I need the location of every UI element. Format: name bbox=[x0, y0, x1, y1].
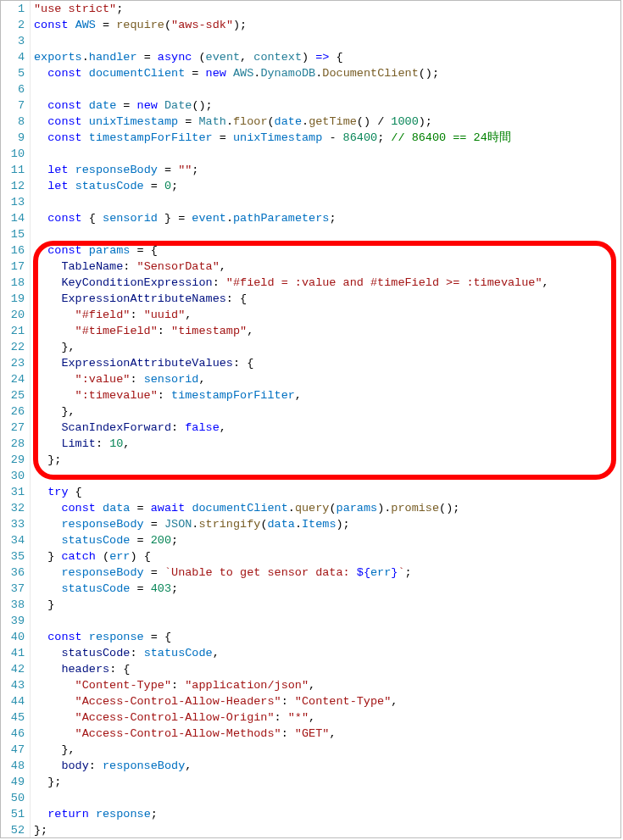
code-line[interactable]: statusCode = 200; bbox=[34, 532, 620, 548]
token-c-punc bbox=[34, 373, 75, 386]
token-c-punc: (); bbox=[439, 502, 459, 515]
code-line[interactable] bbox=[34, 33, 620, 49]
token-c-var: params bbox=[89, 244, 131, 257]
token-c-punc: = bbox=[130, 534, 150, 547]
code-line[interactable]: } bbox=[34, 597, 620, 613]
token-c-var: sensorid bbox=[103, 212, 158, 225]
code-line[interactable] bbox=[34, 226, 620, 242]
code-line[interactable]: try { bbox=[34, 484, 620, 500]
token-c-punc bbox=[34, 67, 47, 80]
code-line[interactable]: }, bbox=[34, 742, 620, 758]
code-line[interactable]: "Access-Control-Allow-Methods": "GET", bbox=[34, 726, 620, 742]
code-line[interactable] bbox=[34, 81, 620, 97]
code-line[interactable]: ExpressionAttributeNames: { bbox=[34, 291, 620, 307]
code-line[interactable]: "Access-Control-Allow-Origin": "*", bbox=[34, 709, 620, 726]
code-line[interactable] bbox=[34, 613, 620, 629]
token-c-punc: ; bbox=[171, 582, 178, 595]
token-c-punc: ); bbox=[233, 19, 247, 31]
code-line[interactable]: }; bbox=[34, 452, 620, 468]
code-line[interactable]: const AWS = require("aws-sdk"); bbox=[34, 17, 620, 33]
token-c-var: exports bbox=[34, 51, 82, 64]
token-c-punc: : bbox=[171, 679, 185, 692]
code-line[interactable]: return response; bbox=[34, 806, 620, 822]
code-line[interactable]: body: responseBody, bbox=[34, 758, 620, 774]
line-number: 39 bbox=[1, 613, 25, 629]
code-line[interactable]: ScanIndexForward: false, bbox=[34, 420, 620, 436]
code-line[interactable]: "#field": "uuid", bbox=[34, 307, 620, 323]
line-number: 41 bbox=[1, 645, 25, 661]
token-c-punc: , bbox=[213, 647, 220, 659]
code-line[interactable]: TableName: "SensorData", bbox=[34, 259, 620, 275]
line-number: 10 bbox=[1, 146, 25, 162]
line-number: 19 bbox=[1, 291, 25, 307]
code-line[interactable]: const response = { bbox=[34, 629, 620, 645]
token-c-punc: }; bbox=[34, 453, 61, 466]
code-line[interactable]: ":value": sensorid, bbox=[34, 371, 620, 387]
token-c-punc: ); bbox=[337, 518, 350, 531]
code-line[interactable]: const unixTimestamp = Math.floor(date.ge… bbox=[34, 114, 620, 130]
token-c-str: "timestamp" bbox=[171, 325, 247, 337]
code-line[interactable]: "use strict"; bbox=[34, 1, 620, 17]
code-line[interactable]: ExpressionAttributeValues: { bbox=[34, 355, 620, 371]
token-c-const: false bbox=[185, 421, 220, 434]
code-editor[interactable]: 1234567891011121314151617181920212223242… bbox=[0, 0, 621, 838]
code-line[interactable]: Limit: 10, bbox=[34, 436, 620, 452]
code-line[interactable]: responseBody = `Unable to get sensor dat… bbox=[34, 565, 620, 581]
token-c-var: timestampForFilter bbox=[171, 389, 295, 402]
token-c-punc: - bbox=[322, 131, 342, 144]
code-line[interactable]: headers: { bbox=[34, 661, 620, 677]
token-c-punc: = bbox=[130, 582, 150, 595]
code-line[interactable] bbox=[34, 790, 620, 806]
line-number: 33 bbox=[1, 516, 25, 532]
code-line[interactable]: statusCode: statusCode, bbox=[34, 645, 620, 661]
code-line[interactable]: "Access-Control-Allow-Headers": "Content… bbox=[34, 693, 620, 709]
line-number: 26 bbox=[1, 403, 25, 420]
token-c-kw: catch bbox=[61, 550, 96, 563]
code-line[interactable]: KeyConditionExpression: "#field = :value… bbox=[34, 275, 620, 291]
code-line[interactable]: const { sensorid } = event.pathParameter… bbox=[34, 210, 620, 226]
token-c-num: 0 bbox=[164, 180, 171, 192]
code-line[interactable]: } catch (err) { bbox=[34, 548, 620, 565]
code-line[interactable]: const data = await documentClient.query(… bbox=[34, 500, 620, 516]
token-c-punc: : { bbox=[233, 357, 253, 370]
code-line[interactable]: const params = { bbox=[34, 242, 620, 259]
code-line[interactable]: }, bbox=[34, 339, 620, 355]
token-c-punc: ; bbox=[116, 3, 123, 15]
token-c-var: AWS bbox=[75, 19, 96, 31]
line-number: 43 bbox=[1, 677, 25, 693]
code-line[interactable] bbox=[34, 146, 620, 162]
code-line[interactable]: "#timeField": "timestamp", bbox=[34, 323, 620, 339]
token-c-punc: ; bbox=[171, 180, 178, 192]
token-c-punc bbox=[96, 502, 103, 515]
token-c-str: "#field" bbox=[75, 309, 131, 321]
code-area[interactable]: "use strict";const AWS = require("aws-sd… bbox=[31, 1, 620, 837]
code-line[interactable]: }, bbox=[34, 403, 620, 420]
code-line[interactable]: ":timevalue": timestampForFilter, bbox=[34, 387, 620, 403]
code-line[interactable]: }; bbox=[34, 822, 620, 838]
line-number: 52 bbox=[1, 822, 25, 838]
code-line[interactable]: "Content-Type": "application/json", bbox=[34, 677, 620, 693]
token-c-kw: const bbox=[34, 19, 69, 31]
line-number: 27 bbox=[1, 420, 25, 436]
code-line[interactable]: statusCode = 403; bbox=[34, 581, 620, 597]
code-line[interactable]: const date = new Date(); bbox=[34, 97, 620, 114]
token-c-punc bbox=[34, 180, 47, 192]
token-c-punc bbox=[34, 647, 61, 659]
token-c-punc: ( bbox=[329, 502, 336, 515]
token-c-punc: . bbox=[82, 51, 89, 64]
code-line[interactable] bbox=[34, 194, 620, 210]
code-line[interactable] bbox=[34, 468, 620, 484]
code-line[interactable]: const timestampForFilter = unixTimestamp… bbox=[34, 130, 620, 146]
code-line[interactable]: exports.handler = async (event, context)… bbox=[34, 49, 620, 65]
code-line[interactable]: }; bbox=[34, 774, 620, 790]
token-c-num: 1000 bbox=[391, 115, 418, 128]
line-number: 36 bbox=[1, 565, 25, 581]
code-line[interactable]: responseBody = JSON.stringify(data.Items… bbox=[34, 516, 620, 532]
line-number: 3 bbox=[1, 33, 25, 49]
token-c-var: Items bbox=[302, 518, 337, 531]
code-line[interactable]: const documentClient = new AWS.DynamoDB.… bbox=[34, 65, 620, 81]
token-c-kw: const bbox=[47, 99, 82, 112]
code-line[interactable]: let statusCode = 0; bbox=[34, 178, 620, 194]
code-line[interactable]: let responseBody = ""; bbox=[34, 162, 620, 178]
token-c-punc: , bbox=[309, 679, 315, 692]
